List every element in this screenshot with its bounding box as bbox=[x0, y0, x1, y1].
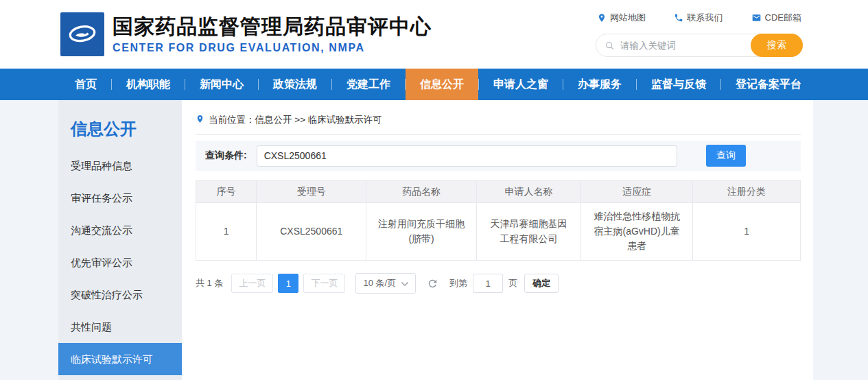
mail-icon bbox=[751, 13, 762, 23]
sidebar-item-0[interactable]: 受理品种信息 bbox=[58, 150, 182, 182]
sidebar-item-6[interactable]: 临床试验默示许可 bbox=[58, 343, 182, 375]
nav-item-7[interactable]: 办事服务 bbox=[563, 69, 636, 100]
sitemap-link-label: 网站地图 bbox=[610, 12, 646, 24]
location-pin-icon bbox=[196, 114, 204, 126]
sitemap-link[interactable]: 网站地图 bbox=[597, 12, 646, 24]
nav-item-8[interactable]: 监督与反馈 bbox=[637, 69, 720, 100]
refresh-icon[interactable] bbox=[427, 278, 438, 289]
nav-item-5[interactable]: 信息公开 bbox=[406, 69, 478, 100]
results-table-head-row: 序号受理号药品名称申请人名称适应症注册分类 bbox=[196, 181, 801, 203]
table-cell: CXSL2500661 bbox=[257, 203, 366, 261]
column-header: 注册分类 bbox=[693, 181, 801, 203]
site-titles: 国家药品监督管理局药品审评中心 CENTER FOR DRUG EVALUATI… bbox=[113, 14, 432, 54]
table-cell: 1 bbox=[693, 203, 801, 261]
page-size-select[interactable]: 10 条/页 bbox=[355, 273, 416, 294]
sidebar-title: 信息公开 bbox=[58, 114, 182, 150]
sidebar-item-7[interactable]: 上市药品信息 bbox=[58, 375, 182, 380]
query-button[interactable]: 查询 bbox=[706, 145, 746, 167]
map-pin-icon bbox=[597, 13, 607, 23]
results-table: 序号受理号药品名称申请人名称适应症注册分类 1CXSL2500661注射用间充质… bbox=[196, 180, 801, 261]
breadcrumb: 当前位置：信息公开 >> 临床试验默示许可 bbox=[196, 111, 801, 135]
page-number-button[interactable]: 1 bbox=[278, 274, 298, 293]
page-size-value: 10 条/页 bbox=[363, 277, 396, 289]
search-button[interactable]: 搜索 bbox=[751, 34, 803, 57]
chevron-down-icon bbox=[401, 278, 408, 289]
nav-item-6[interactable]: 申请人之窗 bbox=[479, 69, 563, 100]
phone-icon bbox=[674, 13, 683, 23]
nav-item-1[interactable]: 机构职能 bbox=[112, 69, 185, 100]
query-label: 查询条件: bbox=[205, 150, 247, 162]
goto-page-input[interactable] bbox=[473, 274, 503, 293]
sidebar-item-2[interactable]: 沟通交流公示 bbox=[58, 214, 182, 246]
confirm-button[interactable]: 确定 bbox=[524, 274, 559, 293]
column-header: 申请人名称 bbox=[476, 181, 580, 203]
pagination-total: 共 1 条 bbox=[196, 277, 223, 289]
page-body: 信息公开 受理品种信息审评任务公示沟通交流公示优先审评公示突破性治疗公示共性问题… bbox=[0, 100, 868, 380]
mailbox-link[interactable]: CDE邮箱 bbox=[751, 12, 801, 24]
nav-item-0[interactable]: 首页 bbox=[60, 69, 111, 100]
sidebar-menu: 受理品种信息审评任务公示沟通交流公示优先审评公示突破性治疗公示共性问题临床试验默… bbox=[58, 150, 182, 380]
column-header: 适应症 bbox=[581, 181, 693, 203]
nav-item-9[interactable]: 登记备案平台 bbox=[721, 69, 816, 100]
contact-link[interactable]: 联系我们 bbox=[674, 12, 723, 24]
nav-item-2[interactable]: 新闻中心 bbox=[185, 69, 258, 100]
sidebar-item-4[interactable]: 突破性治疗公示 bbox=[58, 278, 182, 311]
results-table-body: 1CXSL2500661注射用间充质干细胞(脐带)天津昂赛细胞基因工程有限公司难… bbox=[196, 203, 801, 261]
prev-page-button[interactable]: 上一页 bbox=[231, 274, 273, 293]
pagination: 共 1 条 上一页 1 下一页 10 条/页 到第 页 确定 bbox=[196, 273, 801, 294]
search-icon bbox=[605, 40, 615, 51]
content-container: 信息公开 受理品种信息审评任务公示沟通交流公示优先审评公示突破性治疗公示共性问题… bbox=[58, 100, 813, 380]
sidebar-item-3[interactable]: 优先审评公示 bbox=[58, 246, 182, 278]
query-bar: 查询条件: 查询 bbox=[196, 141, 801, 171]
next-page-button[interactable]: 下一页 bbox=[303, 274, 345, 293]
header-search: 搜索 bbox=[596, 34, 803, 57]
sidebar-item-5[interactable]: 共性问题 bbox=[58, 311, 182, 343]
breadcrumb-text: 当前位置：信息公开 >> 临床试验默示许可 bbox=[209, 114, 382, 126]
quick-links: 网站地图 联系我们 CDE邮箱 bbox=[596, 12, 803, 24]
column-header: 受理号 bbox=[257, 181, 366, 203]
goto-page-label: 到第 bbox=[449, 277, 467, 289]
column-header: 药品名称 bbox=[366, 181, 476, 203]
search-input[interactable] bbox=[620, 40, 747, 51]
nav-item-3[interactable]: 政策法规 bbox=[259, 69, 331, 100]
mailbox-link-label: CDE邮箱 bbox=[765, 12, 801, 24]
cde-logo-icon bbox=[60, 12, 104, 56]
table-cell: 难治性急性移植物抗宿主病(aGvHD)儿童患者 bbox=[581, 203, 693, 261]
sidebar-item-1[interactable]: 审评任务公示 bbox=[58, 182, 182, 214]
site-title: 国家药品监督管理局药品审评中心 bbox=[113, 14, 432, 39]
page-unit-label: 页 bbox=[508, 277, 517, 289]
header-right: 网站地图 联系我们 CDE邮箱 搜索 bbox=[596, 12, 803, 57]
query-input[interactable] bbox=[257, 145, 677, 167]
sidebar: 信息公开 受理品种信息审评任务公示沟通交流公示优先审评公示突破性治疗公示共性问题… bbox=[58, 100, 182, 380]
main-content: 当前位置：信息公开 >> 临床试验默示许可 查询条件: 查询 序号受理号药品名称… bbox=[182, 100, 813, 380]
column-header: 序号 bbox=[196, 181, 257, 203]
table-cell: 天津昂赛细胞基因工程有限公司 bbox=[476, 203, 580, 261]
brand: 国家药品监督管理局药品审评中心 CENTER FOR DRUG EVALUATI… bbox=[60, 12, 432, 56]
nav-item-4[interactable]: 党建工作 bbox=[332, 69, 405, 100]
contact-link-label: 联系我们 bbox=[687, 12, 723, 24]
table-cell: 注射用间充质干细胞(脐带) bbox=[366, 203, 476, 261]
site-header: 国家药品监督管理局药品审评中心 CENTER FOR DRUG EVALUATI… bbox=[0, 0, 868, 69]
site-subtitle: CENTER FOR DRUG EVALUATION, NMPA bbox=[113, 42, 432, 54]
main-nav: 首页机构职能新闻中心政策法规党建工作信息公开申请人之窗办事服务监督与反馈登记备案… bbox=[0, 69, 868, 100]
table-cell: 1 bbox=[196, 203, 257, 261]
table-row: 1CXSL2500661注射用间充质干细胞(脐带)天津昂赛细胞基因工程有限公司难… bbox=[196, 203, 801, 261]
